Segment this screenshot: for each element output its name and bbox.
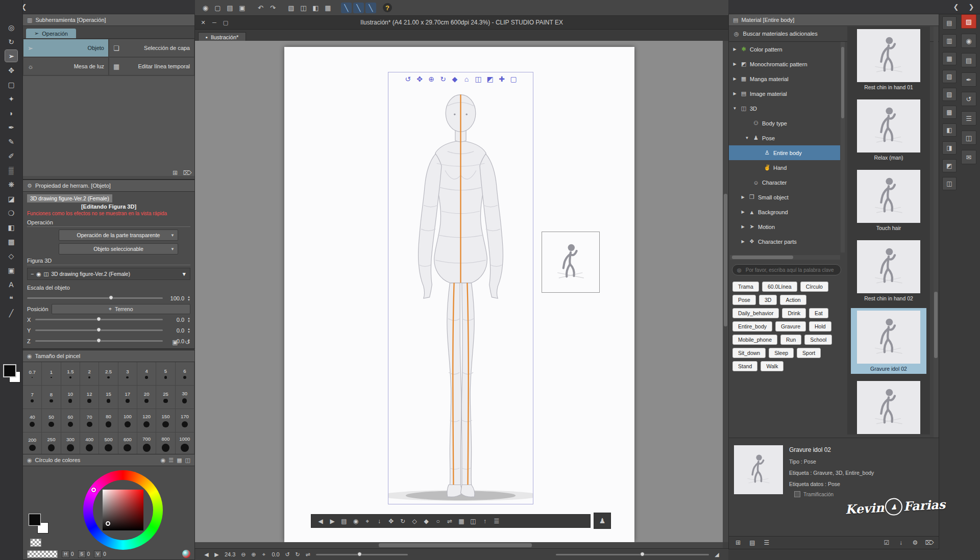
gradient-tool-icon[interactable]: ▩ <box>5 236 17 247</box>
material-thumbnail[interactable] <box>851 378 926 435</box>
tag-button[interactable]: Hold <box>809 321 831 332</box>
brush-size-cell[interactable]: 1 <box>42 362 61 386</box>
snap-to-ruler-icon[interactable]: ╲ <box>341 3 352 13</box>
folder-view-icon[interactable]: ▤ <box>748 539 756 547</box>
panel-shortcut-icon[interactable]: ◨ <box>942 141 957 155</box>
decoration-tool-icon[interactable]: ❋ <box>5 179 17 190</box>
tree-monochromatic-pattern[interactable]: ▶ ◩ Monochromatic pattern <box>729 57 840 71</box>
brush-size-cell[interactable]: 30 <box>176 386 194 409</box>
tree-character-parts[interactable]: ▶ ❖ Character parts <box>729 234 840 249</box>
light-source-icon[interactable]: ◩ <box>485 74 495 84</box>
brush-size-cell[interactable]: 700 <box>137 432 156 456</box>
pen-pressure-icon[interactable]: ✒ <box>961 72 976 87</box>
tag-button[interactable]: Pose <box>732 295 756 305</box>
panel-shortcut-icon[interactable]: ◩ <box>942 159 957 172</box>
camera-frame-icon[interactable]: ▢ <box>509 74 519 84</box>
tree-character[interactable]: ☺ Character <box>729 175 840 190</box>
move-layer-tool-icon[interactable]: ✥ <box>5 64 17 76</box>
grid-snap-icon[interactable]: ▦ <box>456 516 467 526</box>
tree-vertical-scrollbar[interactable] <box>841 42 845 252</box>
figure-tool-icon[interactable]: ◇ <box>5 250 17 262</box>
tag-button[interactable]: Drink <box>782 308 806 318</box>
rotate-canvas-tool-icon[interactable]: ↻ <box>5 36 17 47</box>
canvas-horizontal-scrollbar[interactable] <box>195 542 723 548</box>
transparent-color-swatch[interactable] <box>30 539 41 547</box>
scale-stepper[interactable]: ▲▼ <box>187 295 190 301</box>
tag-button[interactable]: School <box>804 335 832 345</box>
brush-size-cell[interactable]: 200 <box>23 432 42 456</box>
message-icon[interactable]: ✉ <box>961 150 976 164</box>
tag-button[interactable]: Action <box>780 295 806 305</box>
brush-size-cell[interactable]: 1.5 <box>61 362 80 386</box>
color-slider-tab-icon[interactable]: ☰ <box>168 457 174 464</box>
tree-motion[interactable]: ▶ ➤ Motion <box>729 219 840 234</box>
eraser-tool-icon[interactable]: ◪ <box>5 193 17 205</box>
tree-hand[interactable]: ✌ Hand <box>729 160 840 175</box>
ground-level-icon[interactable]: ⌂ <box>462 74 472 84</box>
brush-size-cell[interactable]: 7 <box>23 386 42 409</box>
flip-pose-icon[interactable]: ⇌ <box>445 516 455 526</box>
x-slider[interactable] <box>35 319 163 320</box>
tag-button[interactable]: Sport <box>797 348 821 358</box>
color-set-tab-icon[interactable]: ▦ <box>177 457 182 464</box>
rotate-left-icon[interactable]: ↺ <box>283 550 292 559</box>
line-correction-tool-icon[interactable]: ╱ <box>5 307 17 319</box>
y-slider[interactable] <box>35 329 163 331</box>
eyedropper-tool-icon[interactable]: ◗ <box>5 107 17 119</box>
tree-manga-material[interactable]: ▶ ▦ Manga material <box>729 71 840 86</box>
z-slider[interactable] <box>35 340 163 342</box>
close-icon[interactable]: ✕ <box>199 18 207 27</box>
primitive-icon[interactable]: ◆ <box>421 516 431 526</box>
tone-checkbox-row[interactable]: Tramificación <box>794 491 834 497</box>
zoom-in-icon[interactable]: ⊕ <box>249 550 258 559</box>
list-view-icon[interactable]: ☰ <box>763 539 771 547</box>
pencil-tool-icon[interactable]: ✎ <box>5 136 17 147</box>
grid-icon[interactable]: ▦ <box>323 3 333 13</box>
brush-size-cell[interactable]: 800 <box>156 432 175 456</box>
page-list-icon[interactable]: ▤ <box>339 516 349 526</box>
spacer[interactable] <box>777 539 876 547</box>
tree-expand-icon[interactable]: ▶ <box>740 224 746 229</box>
tag-button[interactable]: Trama <box>732 282 759 292</box>
material-thumbnail[interactable]: Touch hair <box>851 167 926 233</box>
information-icon[interactable]: ☰ <box>961 111 976 125</box>
add-subtool-icon[interactable]: ⊞ <box>171 169 179 177</box>
collapse-icon[interactable]: − <box>31 271 34 277</box>
clip-studio-assets-icon[interactable]: ▨ <box>961 14 976 29</box>
open-file-icon[interactable]: ▤ <box>225 3 235 13</box>
export-pose-icon[interactable]: ↑ <box>480 516 490 526</box>
revert-settings-icon[interactable]: ↺ <box>183 338 191 346</box>
move-part-icon[interactable]: ✥ <box>386 516 396 526</box>
brush-size-cell[interactable]: 60 <box>61 409 80 432</box>
collapse-right-panel-icon[interactable]: ❮ <box>950 1 962 12</box>
tag-button[interactable]: Entire_body <box>732 321 772 332</box>
color-wheel-tab-icon[interactable]: ◉ <box>161 457 166 464</box>
register-all-settings-icon[interactable]: ▣ <box>171 338 179 346</box>
frame-border-tool-icon[interactable]: ▣ <box>5 264 17 276</box>
crop-icon[interactable]: ◫ <box>298 3 309 13</box>
tag-button[interactable]: Stand <box>732 361 757 371</box>
brush-size-cell[interactable]: 50 <box>42 409 61 432</box>
x-stepper[interactable]: ▲▼ <box>187 317 190 323</box>
minimize-icon[interactable]: ─ <box>210 18 218 27</box>
tag-button[interactable]: Eat <box>809 308 828 318</box>
tag-button[interactable]: Mobile_phone <box>732 335 777 345</box>
panel-shortcut-icon[interactable]: ▩ <box>942 106 957 119</box>
brush-size-cell[interactable]: 1000 <box>176 432 194 456</box>
brush-size-cell[interactable]: 25 <box>156 386 175 409</box>
selectable-object-dropdown[interactable]: Objeto seleccionable ▼ <box>59 243 178 254</box>
brush-size-cell[interactable]: 5 <box>156 362 175 386</box>
scale-slider[interactable] <box>27 297 163 299</box>
brush-size-cell[interactable]: 500 <box>99 432 118 456</box>
snap-to-special-ruler-icon[interactable]: ╲ <box>353 3 364 13</box>
settings-icon[interactable]: ☰ <box>492 516 502 526</box>
sub-view-icon[interactable]: ◉ <box>961 34 976 48</box>
tree-body-type[interactable]: ⚇ Body type <box>729 116 840 131</box>
auto-select-tool-icon[interactable]: ✦ <box>5 93 17 105</box>
tag-button[interactable]: Daily_behavior <box>732 308 779 318</box>
panel-shortcut-icon[interactable]: ▥ <box>942 34 957 47</box>
tree-expand-icon[interactable]: ▶ <box>740 210 746 214</box>
brush-tool-icon[interactable]: ✐ <box>5 150 17 162</box>
tree-expand-icon[interactable]: ▶ <box>740 239 746 244</box>
snap-to-grid-icon[interactable]: ╲ <box>365 3 376 13</box>
